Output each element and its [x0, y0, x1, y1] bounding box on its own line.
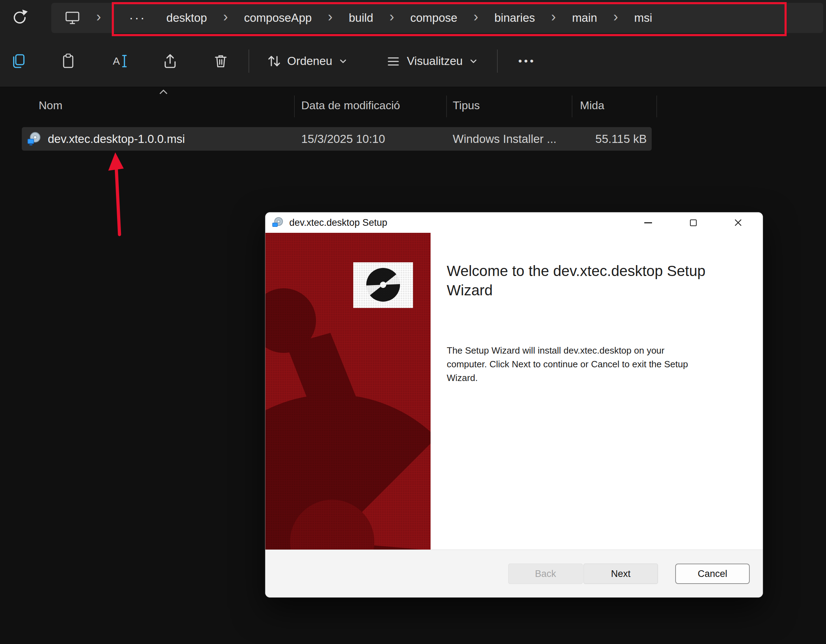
- delete-button[interactable]: [211, 51, 231, 71]
- chevron-down-icon: [338, 56, 348, 67]
- msi-app-icon: [272, 216, 284, 229]
- breadcrumb-chevron-icon[interactable]: ›: [223, 9, 228, 23]
- cancel-button[interactable]: Cancel: [675, 564, 750, 584]
- breadcrumb-chevron-icon[interactable]: ›: [551, 9, 556, 23]
- welcome-heading: Welcome to the dev.xtec.desktop Setup Wi…: [447, 262, 739, 300]
- dialog-title: dev.xtec.desktop Setup: [289, 217, 387, 228]
- welcome-body-text: The Setup Wizard will install dev.xtec.d…: [447, 344, 696, 385]
- close-icon: [734, 218, 743, 227]
- svg-text:A: A: [113, 55, 120, 67]
- more-button[interactable]: •••: [515, 52, 539, 71]
- column-header-size[interactable]: Mida: [580, 99, 604, 112]
- sort-icon: [266, 53, 281, 69]
- sort-label: Ordeneu: [287, 54, 332, 68]
- address-bar[interactable]: › ··· desktop › composeApp › build › com…: [51, 3, 823, 33]
- breadcrumb-item-main[interactable]: main: [571, 10, 598, 26]
- breadcrumb-overflow[interactable]: ···: [128, 9, 147, 27]
- back-button[interactable]: Back: [508, 564, 583, 584]
- breadcrumb-item-build[interactable]: build: [348, 10, 374, 26]
- rename-button[interactable]: A: [109, 51, 130, 71]
- minimize-button[interactable]: [626, 212, 671, 233]
- sort-ascending-caret-icon: [159, 89, 168, 96]
- paste-icon: [61, 53, 77, 70]
- maximize-button[interactable]: [671, 212, 716, 233]
- copy-button[interactable]: [8, 51, 28, 71]
- refresh-button[interactable]: [8, 6, 31, 29]
- table-row-msi-file[interactable]: dev.xtec.desktop-1.0.0.msi 15/3/2025 10:…: [22, 127, 652, 151]
- this-pc-icon: [64, 9, 81, 26]
- next-button[interactable]: Next: [584, 564, 658, 584]
- breadcrumb-item-binaries[interactable]: binaries: [494, 10, 536, 26]
- column-divider: [294, 96, 295, 117]
- view-label: Visualitzeu: [407, 54, 463, 68]
- toolbar-divider: [497, 50, 498, 73]
- dialog-titlebar[interactable]: dev.xtec.desktop Setup: [266, 212, 763, 233]
- breadcrumb-chevron-icon[interactable]: ›: [390, 9, 394, 23]
- maximize-icon: [690, 220, 697, 226]
- dialog-footer: Back Next Cancel: [266, 550, 763, 597]
- share-button[interactable]: [160, 51, 180, 71]
- close-button[interactable]: [716, 212, 761, 233]
- setup-wizard-dialog: dev.xtec.desktop Setup: [265, 212, 763, 598]
- toolbar: A: [0, 35, 826, 87]
- breadcrumb-chevron-icon[interactable]: ›: [474, 9, 478, 23]
- column-header-type[interactable]: Tipus: [453, 99, 480, 112]
- breadcrumb-item-desktop[interactable]: desktop: [166, 10, 208, 26]
- msi-file-icon: [27, 131, 42, 148]
- file-size: 55.115 kB: [595, 132, 647, 146]
- column-header-modified[interactable]: Data de modificació: [301, 99, 400, 112]
- window-controls: [626, 212, 761, 233]
- breadcrumb-item-compose[interactable]: compose: [410, 10, 458, 26]
- file-modified-date: 15/3/2025 10:10: [301, 132, 385, 146]
- annotation-arrow: [101, 150, 140, 238]
- installer-banner: [266, 233, 430, 550]
- column-divider: [572, 96, 572, 117]
- paste-button[interactable]: [59, 51, 79, 71]
- minimize-icon: [644, 222, 652, 223]
- view-button[interactable]: Visualitzeu: [384, 51, 481, 72]
- column-header-name[interactable]: Nom: [39, 99, 62, 112]
- toolbar-divider: [248, 50, 249, 73]
- copy-icon: [10, 53, 27, 70]
- file-type: Windows Installer ...: [453, 132, 556, 146]
- breadcrumb-chevron-icon[interactable]: ›: [613, 9, 618, 23]
- column-divider: [446, 96, 447, 117]
- share-icon: [162, 53, 179, 70]
- breadcrumb-chevron-icon[interactable]: ›: [328, 9, 332, 23]
- breadcrumb-item-composeapp[interactable]: composeApp: [243, 10, 312, 26]
- sort-button[interactable]: Ordeneu: [264, 51, 351, 72]
- rename-icon: A: [111, 53, 128, 70]
- view-icon: [386, 53, 401, 69]
- dialog-content: Welcome to the dev.xtec.desktop Setup Wi…: [430, 233, 763, 550]
- breadcrumb-item-msi[interactable]: msi: [633, 10, 653, 26]
- refresh-icon: [11, 8, 29, 27]
- chevron-down-icon: [468, 56, 479, 67]
- delete-icon: [212, 53, 229, 70]
- file-name: dev.xtec.desktop-1.0.0.msi: [48, 132, 185, 146]
- breadcrumb-chevron-icon[interactable]: ›: [96, 9, 101, 23]
- screen: › ··· desktop › composeApp › build › com…: [0, 0, 826, 644]
- column-divider: [657, 96, 657, 117]
- cd-icon: [353, 262, 413, 308]
